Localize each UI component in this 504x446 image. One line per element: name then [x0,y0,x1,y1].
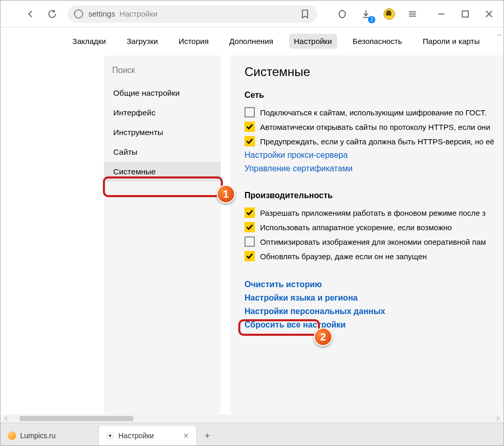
network-option: Предупреждать, если у сайта должна быть … [245,136,503,146]
checkbox[interactable] [245,207,255,218]
toolbar-right: 2 [336,8,495,20]
window-maximize[interactable] [459,8,471,20]
bookmark-icon[interactable] [299,8,311,20]
link-certificates[interactable]: Управление сертификатами [245,164,503,173]
profile-avatar[interactable] [384,8,395,20]
settings-content: Системные Сеть Подключаться к сайтам, ис… [230,55,503,414]
performance-option: Обновлять браузер, даже если он не запущ… [245,251,503,261]
checkbox[interactable] [245,107,255,117]
checkbox-label: Обновлять браузер, даже если он не запущ… [260,252,427,261]
sidebar-item-general[interactable]: Общие настройки [104,83,221,103]
tab-label: Lumpics.ru [20,432,55,440]
window-minimize[interactable] [435,8,448,20]
address-bar[interactable]: settings Настройки [68,5,317,23]
checkbox-label: Предупреждать, если у сайта должна быть … [260,137,494,146]
performance-option: Оптимизировать изображения для экономии … [245,236,503,247]
browser-tabstrip: Lumpics.ru Настройки ✕ [1,423,503,445]
svg-rect-5 [462,11,468,17]
checkbox[interactable] [245,222,255,232]
sidebar-search-input[interactable] [111,63,213,78]
settings-sidebar: Общие настройки Интерфейс Инструменты Са… [104,55,221,414]
tab-close-icon[interactable]: ✕ [183,432,189,440]
browser-toolbar: settings Настройки 2 [1,1,503,27]
link-clear-history[interactable]: Очистить историю [245,280,503,289]
section-performance-title: Производительность [245,191,503,200]
sidebar-item-sites[interactable]: Сайты [104,142,221,162]
checkbox[interactable] [245,136,255,146]
annotation-badge-1: 1 [217,185,235,203]
network-option: Подключаться к сайтам, использующим шифр… [245,107,503,117]
sidebar-item-interface[interactable]: Интерфейс [104,103,221,123]
content-heading: Системные [245,65,503,79]
scrollbar-thumb[interactable] [20,416,133,421]
checkbox[interactable] [245,122,255,132]
browser-tab-settings[interactable]: Настройки ✕ [99,426,197,445]
tab-addons[interactable]: Дополнения [224,34,279,49]
performance-option: Разрешать приложениям работать в фоновом… [245,207,503,218]
network-option: Автоматически открывать сайты по протоко… [245,122,503,132]
checkbox-label: Автоматически открывать сайты по протоко… [260,123,490,131]
favicon-lumpics [8,432,16,440]
yandex-services-icon[interactable] [336,8,348,20]
scroll-left-arrow[interactable] [2,416,10,421]
downloads-button[interactable]: 2 [360,8,372,20]
checkbox-label: Использовать аппаратное ускорение, если … [260,223,452,232]
checkbox-label: Разрешать приложениям работать в фоновом… [260,209,486,217]
section-network-title: Сеть [245,91,503,100]
address-text: settings Настройки [88,9,158,18]
window-close[interactable] [483,8,495,20]
checkbox[interactable] [245,251,255,261]
scroll-up-arrow[interactable] [497,31,502,39]
horizontal-scrollbar[interactable] [2,414,502,423]
tab-label: Настройки [118,432,154,440]
link-personal-data[interactable]: Настройки персональных данных [245,307,503,316]
tab-downloads[interactable]: Загрузки [121,34,163,49]
tab-security[interactable]: Безопасность [347,34,407,49]
annotation-badge-2: 2 [314,328,332,346]
tab-passwords[interactable]: Пароли и карты [418,34,485,49]
site-identity-icon [74,9,83,19]
checkbox-label: Оптимизировать изображения для экономии … [260,237,486,246]
checkbox[interactable] [245,236,255,247]
annotation-box-1 [103,176,223,197]
settings-top-nav: Закладки Загрузки История Дополнения Нас… [1,27,503,55]
downloads-badge: 2 [368,16,375,23]
sidebar-item-tools[interactable]: Инструменты [104,123,221,142]
annotation-box-2 [238,319,320,336]
menu-button[interactable] [406,8,419,20]
back-button[interactable] [24,8,37,20]
tab-history[interactable]: История [173,34,213,49]
new-tab-button[interactable] [197,426,218,445]
browser-tab-lumpics[interactable]: Lumpics.ru [1,426,99,445]
svg-point-8 [109,435,111,437]
tab-settings[interactable]: Настройки [289,34,338,49]
reload-button[interactable] [46,8,58,20]
scroll-right-arrow[interactable] [494,416,502,421]
gear-icon [106,432,114,440]
performance-option: Использовать аппаратное ускорение, если … [245,222,503,232]
link-lang-region[interactable]: Настройки языка и региона [245,293,503,303]
checkbox-label: Подключаться к сайтам, использующим шифр… [260,108,486,117]
tab-bookmarks[interactable]: Закладки [67,34,111,49]
link-proxy-settings[interactable]: Настройки прокси-сервера [245,151,503,160]
